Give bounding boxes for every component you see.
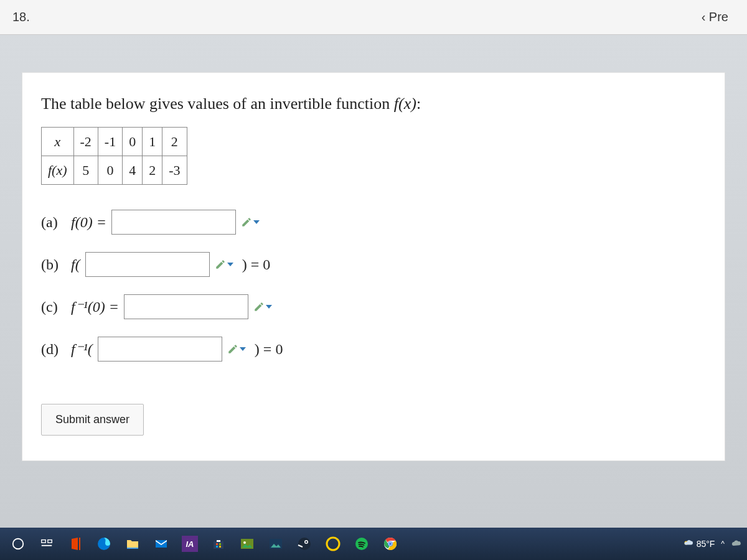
svg-rect-10 (216, 546, 218, 548)
task-view-icon[interactable] (34, 531, 60, 557)
question-content: The table below gives values of an inver… (22, 72, 725, 461)
chevron-down-icon (266, 305, 272, 309)
steam-icon[interactable] (291, 531, 317, 557)
svg-rect-3 (42, 545, 52, 546)
picture-app2-icon[interactable] (263, 531, 289, 557)
question-prompt: The table below gives values of an inver… (41, 91, 706, 116)
pencil-icon (227, 343, 238, 355)
table-row-x: x -2 -1 0 1 2 (42, 128, 187, 156)
equation-editor-button[interactable] (241, 213, 260, 231)
chrome-icon[interactable] (377, 531, 403, 557)
chevron-down-icon (253, 220, 260, 224)
svg-point-13 (243, 541, 246, 544)
svg-text:IA: IA (186, 539, 194, 549)
part-d-label: (d) (41, 338, 66, 360)
svg-point-17 (306, 541, 308, 543)
cell: -2 (73, 128, 98, 156)
function-table: x -2 -1 0 1 2 f(x) 5 0 4 2 -3 (41, 127, 187, 185)
cell: 2 (162, 128, 187, 156)
cell: 2 (143, 156, 162, 185)
part-a: (a) f(0) = (41, 210, 706, 235)
windows-taskbar: IA 85°F ^ (0, 528, 747, 560)
store-icon[interactable] (205, 531, 232, 557)
file-explorer-icon[interactable] (120, 531, 146, 557)
cell: 0 (98, 156, 122, 185)
office-icon[interactable] (62, 531, 88, 557)
cell: -3 (162, 156, 187, 185)
part-d-expr-pre: f⁻¹( (71, 338, 93, 360)
pencil-icon (215, 259, 226, 270)
part-c-input[interactable] (124, 294, 248, 319)
cell: 5 (73, 156, 98, 185)
part-d-input[interactable] (98, 337, 222, 362)
cell: 4 (123, 156, 143, 185)
submit-answer-button[interactable]: Submit answer (41, 404, 144, 436)
cell: -1 (98, 128, 122, 156)
part-b-input[interactable] (85, 252, 210, 277)
cell: 0 (123, 128, 143, 156)
svg-point-15 (298, 538, 311, 550)
mail-icon[interactable] (148, 531, 174, 557)
part-d: (d) f⁻¹( ) = 0 (41, 337, 706, 362)
svg-rect-8 (216, 543, 218, 545)
svg-rect-1 (42, 540, 45, 543)
part-b-expr-pre: f( (71, 253, 80, 276)
svg-rect-2 (48, 540, 52, 543)
part-c-expr: f⁻¹(0) = (71, 296, 119, 318)
chevron-down-icon (227, 263, 233, 266)
svg-point-18 (327, 538, 339, 550)
prompt-suffix: : (416, 95, 421, 113)
cell: 1 (143, 128, 162, 156)
weather-widget[interactable]: 85°F (682, 538, 715, 549)
system-tray: 85°F ^ (682, 538, 742, 549)
part-c-label: (c) (41, 296, 66, 318)
svg-rect-11 (219, 546, 221, 548)
fx-label: f(x) (42, 156, 74, 185)
table-row-fx: f(x) 5 0 4 2 -3 (42, 156, 187, 185)
part-a-label: (a) (41, 211, 66, 233)
pencil-icon (241, 217, 252, 228)
taskbar-left: IA (5, 531, 678, 557)
chevron-down-icon (240, 347, 246, 351)
tray-chevron-icon[interactable]: ^ (721, 539, 725, 548)
svg-point-0 (13, 539, 24, 549)
equation-editor-button[interactable] (227, 340, 246, 358)
ia-app-icon[interactable]: IA (177, 531, 203, 557)
spotify-icon[interactable] (349, 531, 375, 557)
sun-icon (682, 538, 693, 549)
cortana-icon[interactable] (5, 531, 31, 557)
previous-button[interactable]: ‹ Pre (695, 7, 735, 27)
edge-icon[interactable] (91, 531, 117, 557)
temperature: 85°F (697, 539, 715, 549)
part-b: (b) f( ) = 0 (41, 252, 706, 277)
part-d-expr-post: ) = 0 (255, 338, 283, 360)
pencil-icon (253, 301, 265, 312)
equation-editor-button[interactable] (253, 297, 272, 316)
part-b-expr-post: ) = 0 (242, 253, 271, 276)
parts-list: (a) f(0) = (b) f( ) = 0 (c) f⁻¹(0) = (41, 210, 706, 362)
x-label: x (42, 128, 74, 156)
equation-editor-button[interactable] (215, 255, 233, 274)
norton-icon[interactable] (320, 531, 346, 557)
svg-rect-9 (219, 543, 221, 545)
prompt-fx: f(x) (394, 95, 416, 113)
onedrive-icon[interactable] (731, 538, 742, 549)
question-number: 18. (12, 10, 30, 24)
part-c: (c) f⁻¹(0) = (41, 294, 706, 319)
svg-point-23 (389, 543, 392, 546)
prompt-text: The table below gives values of an inver… (41, 95, 394, 113)
part-b-label: (b) (41, 253, 66, 276)
part-a-input[interactable] (111, 210, 236, 235)
picture-app-icon[interactable] (234, 531, 260, 557)
question-header: 18. ‹ Pre (0, 0, 747, 35)
part-a-expr: f(0) = (71, 211, 106, 233)
